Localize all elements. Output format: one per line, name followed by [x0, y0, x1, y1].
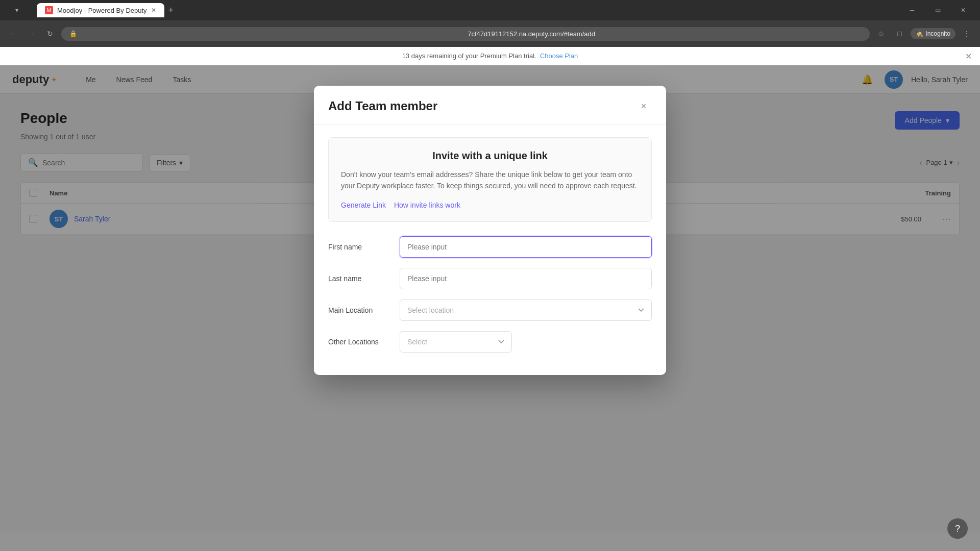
minimize-button[interactable]: ─ — [900, 3, 924, 17]
first-name-label: First name — [328, 243, 400, 251]
how-invite-links-link[interactable]: How invite links work — [394, 201, 460, 209]
trial-text: 13 days remaining of your Premium Plan t… — [402, 52, 536, 60]
incognito-label: Incognito — [925, 30, 950, 37]
tab-title: Moodjoy - Powered By Deputy — [57, 7, 147, 14]
url-text: 7cf47d19112152.na.deputy.com/#team/add — [468, 30, 862, 38]
last-name-row: Last name — [328, 268, 652, 289]
active-browser-tab[interactable]: M Moodjoy - Powered By Deputy ✕ — [37, 3, 164, 17]
help-button[interactable]: ? — [947, 518, 968, 539]
modal-title: Add Team member — [328, 99, 437, 113]
close-window-button[interactable]: ✕ — [951, 3, 975, 17]
extensions-button[interactable]: ⋮ — [960, 27, 974, 41]
trial-banner: 13 days remaining of your Premium Plan t… — [0, 47, 980, 65]
tab-close-button[interactable]: ✕ — [151, 7, 156, 14]
last-name-input[interactable] — [400, 268, 652, 289]
modal-close-button[interactable]: × — [635, 98, 652, 114]
modal-overlay: Add Team member × Invite with a unique l… — [0, 65, 980, 551]
invite-description: Don't know your team's email addresses? … — [341, 169, 639, 192]
modal-header: Add Team member × — [314, 86, 666, 125]
invite-title: Invite with a unique link — [341, 150, 639, 162]
invite-actions: Generate Link How invite links work — [341, 201, 639, 209]
incognito-badge: 🕵 Incognito — [911, 28, 955, 39]
first-name-input[interactable] — [400, 236, 652, 258]
tab-list-button[interactable]: ▾ — [5, 3, 29, 17]
last-name-label: Last name — [328, 274, 400, 283]
main-location-label: Main Location — [328, 306, 400, 314]
address-bar[interactable]: 🔒 7cf47d19112152.na.deputy.com/#team/add — [61, 27, 870, 41]
other-locations-label: Other Locations — [328, 338, 400, 346]
profile-button[interactable]: □ — [892, 27, 906, 41]
main-location-row: Main Location Select location — [328, 299, 652, 321]
other-locations-row: Other Locations Select — [328, 331, 652, 353]
bookmark-button[interactable]: ☆ — [874, 27, 888, 41]
reload-button[interactable]: ↻ — [43, 27, 57, 41]
trial-banner-close[interactable]: ✕ — [965, 51, 972, 61]
generate-link-button[interactable]: Generate Link — [341, 201, 386, 209]
invite-section: Invite with a unique link Don't know you… — [328, 137, 652, 222]
modal-body: Invite with a unique link Don't know you… — [314, 125, 666, 375]
back-button[interactable]: ← — [6, 27, 20, 41]
tab-favicon: M — [45, 6, 53, 14]
other-locations-select[interactable]: Select — [400, 331, 512, 353]
main-location-select[interactable]: Select location — [400, 299, 652, 321]
new-tab-button[interactable]: + — [164, 3, 178, 18]
choose-plan-link[interactable]: Choose Plan — [540, 52, 578, 60]
first-name-row: First name — [328, 236, 652, 258]
forward-button[interactable]: → — [24, 27, 39, 41]
add-team-member-modal: Add Team member × Invite with a unique l… — [314, 86, 666, 375]
maximize-button[interactable]: ▭ — [926, 3, 949, 17]
